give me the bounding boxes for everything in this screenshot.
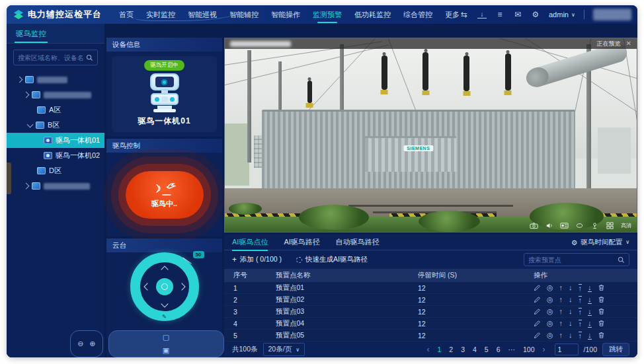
goto-preset-icon[interactable]: ◎ bbox=[547, 320, 553, 327]
prev-page-button[interactable]: ‹ bbox=[426, 345, 429, 354]
transfer-icon[interactable]: ⇆ bbox=[460, 11, 469, 18]
goto-preset-icon[interactable]: ◎ bbox=[547, 332, 553, 339]
menu-monitoring-alert[interactable]: 监测预警 bbox=[313, 6, 342, 24]
move-bottom-icon[interactable]: ↓ bbox=[588, 332, 592, 340]
move-bottom-icon[interactable]: ↓ bbox=[588, 320, 592, 328]
edit-icon[interactable] bbox=[534, 284, 541, 291]
quality-toggle[interactable]: 高清 bbox=[621, 222, 631, 229]
move-down-icon[interactable]: ↓ bbox=[569, 296, 573, 303]
move-bottom-icon[interactable]: ↓ bbox=[588, 296, 592, 304]
tree-device-01[interactable]: 驱鸟一体机01 bbox=[7, 133, 104, 148]
edit-icon[interactable] bbox=[534, 320, 541, 327]
tree-group-substation[interactable] bbox=[7, 87, 104, 102]
loop-icon[interactable] bbox=[575, 222, 584, 229]
tree-area-d[interactable]: D区 bbox=[7, 163, 104, 178]
menu-low-power-monitoring[interactable]: 低功耗监控 bbox=[354, 6, 391, 24]
move-top-icon[interactable]: ↑ bbox=[579, 284, 583, 292]
menu-home[interactable]: 首页 bbox=[119, 6, 134, 24]
move-up-icon[interactable]: ↑ bbox=[559, 320, 563, 327]
edit-icon[interactable] bbox=[534, 308, 541, 315]
move-bottom-icon[interactable]: ↓ bbox=[588, 308, 592, 316]
audio-volume-icon[interactable] bbox=[545, 222, 553, 229]
move-up-icon[interactable]: ↑ bbox=[559, 284, 563, 291]
move-bottom-icon[interactable]: ↓ bbox=[588, 284, 592, 292]
table-row[interactable]: 4 预置点04 12 ◎ ↑ ↓ ↑ ↓ bbox=[224, 318, 637, 330]
tab-bird-monitoring[interactable]: 驱鸟监控 bbox=[16, 29, 46, 43]
sidebar-search-input[interactable] bbox=[18, 54, 83, 61]
page-button[interactable]: 2 bbox=[449, 346, 453, 353]
focus-far-icon[interactable]: ▣ bbox=[163, 347, 169, 354]
delete-icon[interactable] bbox=[598, 308, 605, 315]
settings-gear-icon[interactable]: ⚙ bbox=[531, 11, 540, 18]
move-down-icon[interactable]: ↓ bbox=[569, 332, 573, 339]
zoom-in-icon[interactable]: ⊕ bbox=[89, 340, 95, 347]
quick-generate-button[interactable]: 快速生成AI驱鸟路径 bbox=[296, 255, 368, 264]
split-screen-icon[interactable] bbox=[606, 222, 614, 229]
page-ellipsis[interactable]: ··· bbox=[508, 346, 516, 353]
menu-comprehensive-control[interactable]: 综合管控 bbox=[403, 6, 432, 24]
record-icon[interactable] bbox=[560, 222, 569, 229]
delete-icon[interactable] bbox=[598, 296, 605, 303]
move-down-icon[interactable]: ↓ bbox=[569, 320, 573, 327]
tree-device-02[interactable]: 驱鸟一体机02 bbox=[7, 148, 104, 163]
edit-icon[interactable] bbox=[534, 332, 541, 339]
menu-smart-operation[interactable]: 智能操作 bbox=[271, 6, 300, 24]
list-icon[interactable]: ≡ bbox=[495, 11, 504, 18]
tab-ai-bird-points[interactable]: AI驱鸟点位 bbox=[232, 234, 268, 250]
ptz-control-icon[interactable] bbox=[590, 222, 599, 229]
edit-icon[interactable] bbox=[534, 296, 541, 303]
move-down-icon[interactable]: ↓ bbox=[569, 284, 573, 291]
page-button[interactable]: 6 bbox=[497, 346, 501, 353]
menu-smart-inspection[interactable]: 智能巡视 bbox=[188, 6, 217, 24]
tree-group-other[interactable] bbox=[7, 178, 104, 194]
zoom-out-icon[interactable]: ⊖ bbox=[77, 340, 83, 347]
table-row[interactable]: 5 预置点05 12 ◎ ↑ ↓ ↑ ↓ bbox=[224, 330, 637, 342]
mail-icon[interactable]: ✉ bbox=[513, 11, 522, 18]
page-button[interactable]: 3 bbox=[461, 346, 465, 353]
bird-time-config[interactable]: ⚙ 驱鸟时间配置 ∨ bbox=[571, 238, 629, 247]
delete-icon[interactable] bbox=[598, 332, 605, 339]
table-row[interactable]: 1 预置点01 12 ◎ ↑ ↓ ↑ ↓ bbox=[224, 282, 637, 294]
menu-smart-auxiliary[interactable]: 智能辅控 bbox=[229, 6, 259, 24]
download-icon[interactable]: ↓ bbox=[477, 11, 487, 18]
page-button[interactable]: 4 bbox=[473, 346, 477, 353]
tab-auto-bird-path[interactable]: 自动驱鸟路径 bbox=[336, 234, 380, 250]
move-top-icon[interactable]: ↑ bbox=[579, 296, 583, 304]
focus-near-icon[interactable]: ▢ bbox=[163, 334, 169, 341]
tree-area-b[interactable]: B区 bbox=[7, 118, 104, 133]
move-top-icon[interactable]: ↑ bbox=[579, 332, 583, 340]
move-up-icon[interactable]: ↑ bbox=[559, 296, 563, 303]
page-button[interactable]: 100 bbox=[523, 346, 535, 353]
user-menu[interactable]: admin ∨ bbox=[549, 11, 575, 18]
snapshot-camera-icon[interactable] bbox=[530, 222, 538, 229]
move-up-icon[interactable]: ↑ bbox=[559, 332, 563, 339]
goto-preset-icon[interactable]: ◎ bbox=[547, 308, 553, 315]
goto-preset-icon[interactable]: ◎ bbox=[547, 296, 553, 303]
move-top-icon[interactable]: ↑ bbox=[579, 320, 583, 328]
repel-birds-button[interactable]: 驱鸟中.. bbox=[126, 171, 204, 219]
move-up-icon[interactable]: ↑ bbox=[559, 308, 563, 315]
menu-realtime-monitoring[interactable]: 实时监控 bbox=[146, 6, 175, 24]
menu-more[interactable]: 更多 bbox=[445, 6, 460, 24]
table-row[interactable]: 2 预置点02 12 ◎ ↑ ↓ ↑ ↓ bbox=[224, 294, 637, 306]
page-button[interactable]: 1 bbox=[437, 346, 441, 353]
ptz-edit-icon[interactable]: ✎ bbox=[162, 314, 167, 320]
page-button[interactable]: 5 bbox=[485, 346, 489, 353]
ptz-center-button[interactable] bbox=[156, 278, 173, 295]
close-icon[interactable]: ✕ bbox=[626, 40, 631, 47]
move-top-icon[interactable]: ↑ bbox=[579, 308, 583, 316]
delete-icon[interactable] bbox=[598, 284, 605, 291]
tree-group-root[interactable] bbox=[7, 72, 104, 87]
sidebar-collapse-handle[interactable] bbox=[7, 163, 11, 194]
goto-preset-icon[interactable]: ◎ bbox=[547, 284, 553, 291]
preset-search-input[interactable] bbox=[528, 256, 615, 264]
tab-ai-bird-path[interactable]: AI驱鸟路径 bbox=[284, 234, 319, 250]
table-row[interactable]: 3 预置点03 12 ◎ ↑ ↓ ↑ ↓ bbox=[224, 306, 637, 318]
delete-icon[interactable] bbox=[598, 320, 605, 327]
page-size-select[interactable]: 20条/页 ∨ bbox=[263, 343, 305, 356]
jump-page-input[interactable] bbox=[555, 344, 579, 355]
jump-button[interactable]: 跳转 bbox=[602, 343, 629, 356]
move-down-icon[interactable]: ↓ bbox=[569, 308, 573, 315]
tree-area-a[interactable]: A区 bbox=[7, 102, 104, 118]
next-page-button[interactable]: › bbox=[543, 345, 545, 354]
